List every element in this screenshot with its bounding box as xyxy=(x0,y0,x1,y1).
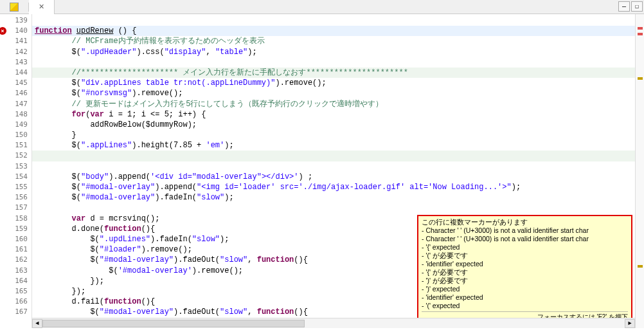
gutter-line: 142 xyxy=(0,47,28,57)
gutter-line: 148 xyxy=(0,109,28,120)
code-line[interactable]: $(".appLines").height(7.85 + 'em'); xyxy=(32,140,635,151)
code-line[interactable]: // MCFrame内予約情報を表示するためのヘッダを表示 xyxy=(32,36,635,46)
gutter-line: 152 xyxy=(0,151,28,161)
overview-ruler[interactable] xyxy=(635,14,644,328)
gutter-line: 154 xyxy=(0,172,28,182)
overview-mark[interactable] xyxy=(638,33,643,35)
code-line[interactable]: $("#modal-overlay").append("<img id='loa… xyxy=(32,182,635,192)
code-line[interactable]: $("#norsvmsg").remove(); xyxy=(32,88,635,98)
code-line[interactable] xyxy=(32,161,635,172)
gutter-line: 145 xyxy=(0,78,28,88)
gutter-line: 150 xyxy=(0,130,28,140)
tooltip-item: - Character ' ' (U+3000) is not a valid … xyxy=(422,226,628,235)
tooltip-item: - '{' expected xyxy=(422,243,628,252)
code-line[interactable] xyxy=(32,151,635,161)
tooltip-item: - ')' が必要です xyxy=(422,277,628,285)
code-line[interactable]: // 更新モードはメイン入力行を5行にしてしまう（既存予約行のクリックで適時増や… xyxy=(32,99,635,109)
code-line[interactable]: //********************* メイン入力行を新たに手配しなおす… xyxy=(32,68,635,78)
error-marker-icon: × xyxy=(0,27,6,35)
gutter-line: 153 xyxy=(0,161,28,172)
code-line[interactable] xyxy=(32,57,635,68)
gutter-line: 160 xyxy=(0,234,28,244)
gutter-line: 141 xyxy=(0,36,28,46)
gutter-line: 144 xyxy=(0,68,28,78)
tooltip-item: - '(' が必要です xyxy=(422,252,628,260)
gutter-line: 161 xyxy=(0,244,28,255)
code-line[interactable]: function updRenew () { xyxy=(32,26,635,36)
gutter-line: 156 xyxy=(0,192,28,203)
gutter-line: 163 xyxy=(0,266,28,276)
code-line[interactable]: } xyxy=(32,130,635,140)
minimize-button[interactable]: — xyxy=(618,1,630,12)
code-line[interactable]: $("div.appLines table tr:not(.appLineDum… xyxy=(32,78,635,88)
horizontal-scrollbar[interactable]: ◄ ► xyxy=(32,318,635,328)
scroll-left-button[interactable]: ◄ xyxy=(32,319,42,328)
scroll-right-button[interactable]: ► xyxy=(625,319,635,328)
gutter-line: 147 xyxy=(0,99,28,109)
gutter-line: 139 xyxy=(0,15,28,26)
tooltip-item: - '{' が必要です xyxy=(422,268,628,277)
code-line[interactable]: $("#modal-overlay").fadeIn("slow"); xyxy=(32,192,635,203)
gutter-line: 159 xyxy=(0,224,28,234)
line-gutter: 139×140141142143144145146147148149150151… xyxy=(0,14,32,328)
tooltip-item: - ')' expected xyxy=(422,285,628,293)
gutter-line: 146 xyxy=(0,88,28,98)
tooltip-item: - 'identifier' expected xyxy=(422,293,628,302)
error-tooltip: この行に複数マーカーがあります - Character ' ' (U+3000)… xyxy=(417,215,632,324)
gutter-line: 149 xyxy=(0,120,28,130)
gutter-line: 167 xyxy=(0,307,28,317)
tooltip-title: この行に複数マーカーがあります xyxy=(422,218,628,226)
code-line[interactable]: addRowBelow($dummyRow); xyxy=(32,120,635,130)
maximize-button[interactable]: ☐ xyxy=(631,1,643,12)
gutter-line: ×140 xyxy=(0,26,28,36)
gutter-line: 166 xyxy=(0,297,28,307)
tooltip-item: - 'identifier' expected xyxy=(422,260,628,268)
code-line[interactable]: $("body").append('<div id="modal-overlay… xyxy=(32,172,635,182)
gutter-line: 143 xyxy=(0,57,28,68)
gutter-line: 164 xyxy=(0,276,28,286)
gutter-line: 162 xyxy=(0,255,28,265)
gutter-line: 151 xyxy=(0,140,28,151)
scroll-thumb[interactable] xyxy=(42,320,305,327)
scroll-track[interactable] xyxy=(42,319,625,328)
overview-mark[interactable] xyxy=(638,27,643,30)
tooltip-item: - '(' expected xyxy=(422,302,628,310)
gutter-line: 157 xyxy=(0,203,28,213)
gutter-line: 165 xyxy=(0,286,28,297)
tooltip-item: - Character ' ' (U+3000) is not a valid … xyxy=(422,235,628,243)
close-tab[interactable]: ✕ xyxy=(29,0,55,14)
close-icon: ✕ xyxy=(39,3,44,11)
code-line[interactable] xyxy=(32,15,635,26)
editor-area: 139×140141142143144145146147148149150151… xyxy=(0,14,644,328)
overview-mark[interactable] xyxy=(638,77,643,80)
code-line[interactable] xyxy=(32,203,635,213)
js-file-icon xyxy=(10,3,19,12)
gutter-line: 155 xyxy=(0,182,28,192)
file-tab[interactable] xyxy=(0,3,29,12)
overview-mark[interactable] xyxy=(638,265,643,268)
code-line[interactable]: $(".updHeader").css("display", "table"); xyxy=(32,47,635,57)
window-buttons: — ☐ xyxy=(618,1,643,12)
editor-toolbar: ✕ — ☐ xyxy=(0,0,644,14)
gutter-line: 158 xyxy=(0,214,28,224)
code-line[interactable]: for(var i = 1; i <= 5; i++) { xyxy=(32,109,635,120)
